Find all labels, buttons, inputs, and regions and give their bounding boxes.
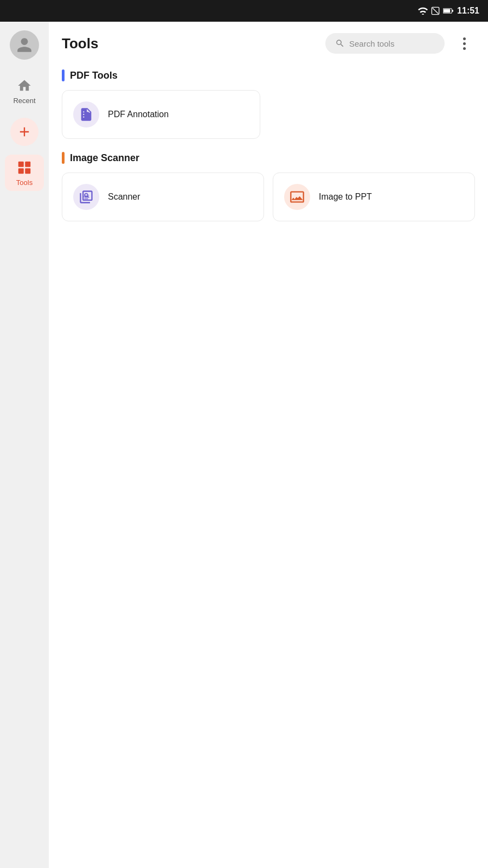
pdf-tools-accent (62, 69, 65, 81)
battery-icon (443, 8, 454, 14)
svg-line-1 (433, 8, 439, 14)
signal-blocked-icon (431, 7, 440, 15)
image-to-ppt-icon (290, 189, 305, 205)
sidebar: Recent Tools (0, 22, 49, 868)
svg-rect-10 (85, 197, 89, 197)
svg-rect-7 (18, 168, 24, 174)
image-to-ppt-icon-wrapper (284, 184, 310, 210)
scanner-icon (79, 189, 94, 205)
pdf-tools-section: PDF Tools PDF Annotation (62, 69, 475, 139)
pdf-tools-grid: PDF Annotation (62, 90, 475, 139)
search-placeholder: Search tools (349, 39, 394, 48)
status-bar: 11:51 (0, 0, 488, 22)
image-scanner-section: Image Scanner (62, 152, 475, 221)
svg-rect-8 (25, 168, 30, 174)
pdf-annotation-icon (79, 107, 94, 122)
image-scanner-title: Image Scanner (70, 152, 139, 164)
sidebar-item-tools[interactable]: Tools (5, 155, 44, 191)
avatar[interactable] (10, 30, 39, 60)
image-scanner-accent (62, 152, 65, 164)
image-to-ppt-card[interactable]: Image to PPT (273, 173, 475, 221)
scanner-label: Scanner (108, 192, 140, 202)
add-button[interactable] (10, 118, 38, 146)
search-bar[interactable]: Search tools (325, 33, 445, 54)
more-options-button[interactable] (453, 33, 475, 54)
status-time: 11:51 (457, 6, 479, 16)
sidebar-item-recent[interactable]: Recent (5, 73, 44, 109)
image-scanner-header: Image Scanner (62, 152, 475, 164)
pdf-tools-header: PDF Tools (62, 69, 475, 81)
status-icons: 11:51 (418, 6, 479, 16)
pdf-tools-title: PDF Tools (70, 70, 118, 81)
pdf-annotation-icon-wrapper (73, 101, 99, 127)
wifi-icon (418, 7, 428, 15)
recent-label: Recent (13, 97, 35, 105)
sections-container: PDF Tools PDF Annotation (49, 65, 488, 239)
svg-rect-3 (444, 9, 450, 12)
tools-label: Tools (16, 178, 33, 187)
grid-icon (16, 159, 33, 176)
scanner-card[interactable]: Scanner (62, 173, 264, 221)
main-content: Tools Search tools PD (49, 22, 488, 868)
scanner-icon-wrapper (73, 184, 99, 210)
header: Tools Search tools (49, 22, 488, 65)
page-title: Tools (62, 35, 317, 52)
home-icon (16, 77, 33, 94)
more-dots-icon (463, 37, 466, 50)
pdf-annotation-card[interactable]: PDF Annotation (62, 90, 260, 139)
image-scanner-tools-grid: Scanner Image to PPT (62, 173, 475, 221)
search-icon (335, 39, 345, 48)
pdf-annotation-label: PDF Annotation (108, 110, 169, 119)
svg-rect-4 (452, 10, 453, 12)
svg-rect-6 (25, 162, 30, 167)
svg-rect-5 (18, 162, 24, 167)
app-container: Recent Tools Tools (0, 22, 488, 868)
image-to-ppt-label: Image to PPT (319, 192, 372, 202)
